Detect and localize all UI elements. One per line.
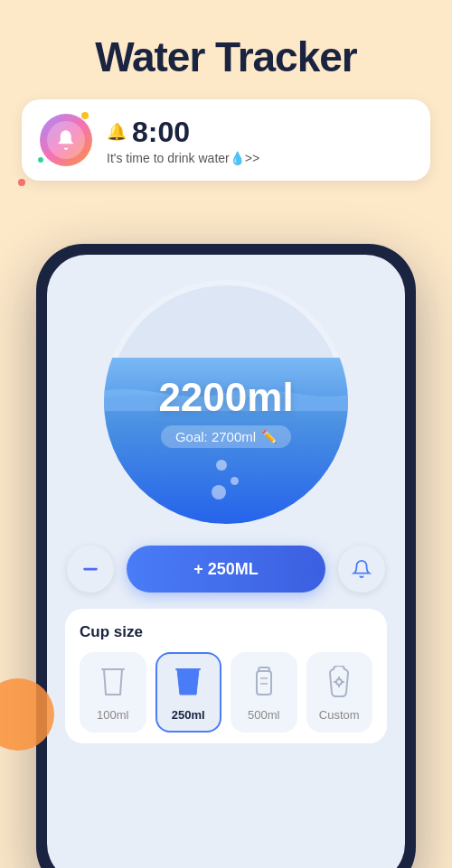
cup-label-100ml: 100ml [97,708,128,722]
page-title: Water Tracker [0,0,452,99]
water-goal[interactable]: Goal: 2700ml ✏️ [161,425,291,448]
add-water-button[interactable]: + 250ML [127,546,325,593]
phone-screen: 2200ml Goal: 2700ml ✏️ + 250ML [47,255,405,868]
bell-button-icon [352,559,372,579]
cup-option-250ml[interactable]: 250ml [155,652,222,733]
cup-icon-250ml [169,663,207,701]
controls-row: + 250ML [65,546,387,593]
water-goal-text: Goal: 2700ml [175,429,256,444]
minus-button[interactable] [67,546,114,593]
bubble-3 [212,485,226,499]
cup-option-custom[interactable]: Custom [306,652,373,733]
bell-button[interactable] [338,546,385,593]
svg-rect-2 [257,671,271,695]
phone-mockup: 2200ml Goal: 2700ml ✏️ + 250ML [36,244,416,868]
water-amount: 2200ml [158,375,293,420]
bell-icon [54,128,78,152]
cup-size-title: Cup size [80,623,372,641]
decoration-dot-red [18,179,25,186]
cup-option-100ml[interactable]: 100ml [80,652,146,733]
cup-options: 100ml 250ml [80,652,372,733]
notification-message: It's time to drink water💧>> [107,151,259,165]
notification-content: 🔔 8:00 It's time to drink water💧>> [107,116,259,165]
minus-icon [80,559,100,579]
cup-label-250ml: 250ml [172,708,205,722]
fire-icon: 🔔 [107,122,127,142]
cup-icon-custom [320,663,358,701]
edit-icon: ✏️ [261,429,277,443]
cup-icon-100ml [94,663,132,701]
sparkle-teal [38,157,43,163]
notification-time: 8:00 [132,116,190,149]
cup-label-custom: Custom [319,708,360,722]
notification-avatar [40,114,92,166]
cup-icon-500ml [245,663,283,701]
cup-size-section: Cup size 100ml [65,609,387,743]
notification-card[interactable]: 🔔 8:00 It's time to drink water💧>> [22,99,430,181]
bubble-1 [216,460,227,471]
svg-point-5 [336,679,342,685]
water-circle: 2200ml Goal: 2700ml ✏️ [104,280,348,524]
cup-label-500ml: 500ml [248,708,279,722]
cup-option-500ml[interactable]: 500ml [231,652,297,733]
sparkle-yellow [81,112,89,119]
water-text: 2200ml Goal: 2700ml ✏️ [158,375,293,448]
